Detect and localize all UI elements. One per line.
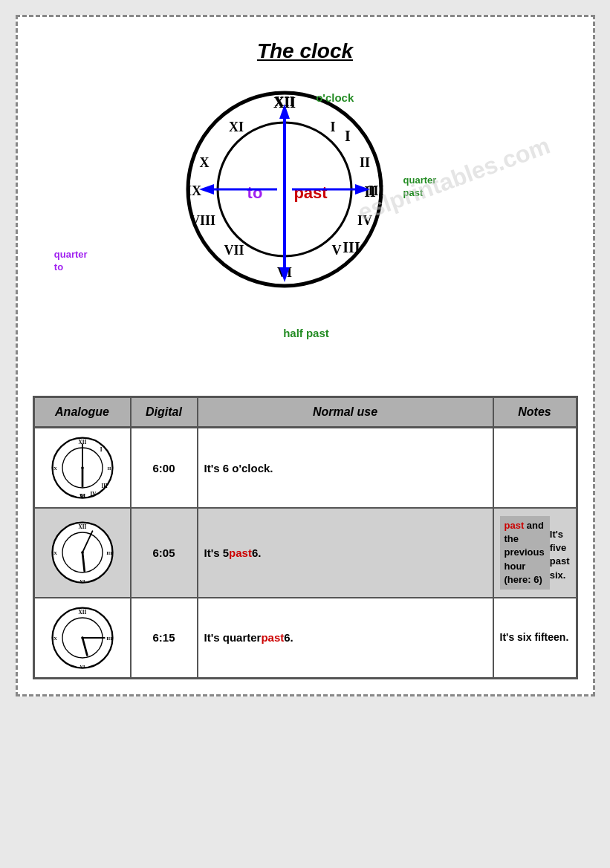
header-notes: Notes [494,398,576,426]
page: The clock XII I II III [16,15,595,696]
svg-text:VI: VI [80,494,85,499]
svg-text:VI: VI [80,579,85,584]
header-analogue: Analogue [35,398,132,426]
svg-text:XII: XII [78,610,86,616]
svg-text:past: past [293,183,328,202]
main-clock-container: XII I II III XII I II III IV [181,85,389,296]
cell-notes-600 [494,428,576,507]
svg-text:IX: IX [186,183,201,198]
svg-point-59 [81,636,84,639]
table-row-615: XII IX VI III 6:15 It's quarter past 6. … [35,598,576,677]
cell-normal-615: It's quarter past 6. [198,598,494,677]
normal-605-text1: It's 5 [204,545,230,561]
svg-text:I: I [100,447,102,453]
svg-text:VII: VII [224,243,244,258]
table-section: Analogue Digital Normal use Notes XII I … [33,396,578,679]
svg-text:III: III [106,550,112,555]
notes-highlight-605: past and the previous hour (here: 6) [500,516,550,590]
label-oclock: o'clock [316,91,354,104]
svg-text:IV: IV [357,213,371,228]
cell-digital-600: 6:00 [132,428,198,507]
svg-text:IX: IX [51,636,56,641]
svg-text:I: I [330,120,335,134]
normal-use-text-600: It's 6 o'clock. [204,460,273,476]
svg-text:I: I [345,128,351,144]
normal-605-past: past [229,545,252,561]
svg-text:II: II [107,466,111,471]
svg-text:II: II [359,155,369,170]
normal-615-text2: 6. [284,630,293,645]
header-digital: Digital [132,398,198,426]
table-header: Analogue Digital Normal use Notes [35,398,576,428]
svg-text:X: X [199,155,209,170]
normal-615-text1: It's quarter [204,630,262,645]
cell-analogue-605: XII IX VI III [35,509,132,597]
cell-notes-615: It's six fifteen. [494,598,576,677]
clock-area: XII I II III XII I II III IV [33,78,578,360]
cell-normal-605: It's 5 past 6. [198,509,494,597]
cell-digital-605: 6:05 [132,509,198,597]
cell-notes-605: past and the previous hour (here: 6) It'… [494,509,576,597]
svg-text:VI: VI [80,664,85,669]
cell-analogue-600: XII I II III IV V VI IX VI [35,428,132,507]
svg-text:V: V [331,243,341,258]
header-normal-use: Normal use [198,398,494,426]
svg-text:III: III [368,183,383,198]
svg-text:to: to [247,183,262,202]
svg-point-41 [81,466,84,469]
svg-text:XII: XII [78,524,86,530]
page-title: The clock [33,39,578,63]
normal-605-text2: 6. [252,545,262,561]
svg-text:III: III [343,239,360,255]
main-clock-svg: XII I II III XII I II III IV [181,85,389,293]
svg-text:III: III [106,636,112,641]
cell-digital-615: 6:15 [132,598,198,677]
cell-analogue-615: XII IX VI III [35,598,132,677]
top-section: The clock XII I II III [33,32,578,388]
table-row: XII I II III IV V VI IX VI 6:00 [35,428,576,509]
table-row-605: XII IX VI III 6:05 It's 5 past 6. past a… [35,509,576,598]
svg-text:XI: XI [228,120,243,134]
label-half-past: half past [283,327,329,339]
svg-text:VIII: VIII [189,213,215,228]
notes-text-615: It's six fifteen. [500,630,569,645]
svg-text:III: III [101,483,108,489]
notes-text-605: It's five past six. [550,528,570,582]
cell-normal-600: It's 6 o'clock. [198,428,494,507]
label-quarter-to: quarter to [54,249,88,274]
svg-text:IX: IX [51,466,56,471]
svg-text:IX: IX [51,550,56,555]
normal-615-past: past [261,630,284,645]
svg-text:IV: IV [90,492,97,497]
label-quarter-past: quarter past [403,174,437,200]
svg-point-50 [81,552,84,555]
